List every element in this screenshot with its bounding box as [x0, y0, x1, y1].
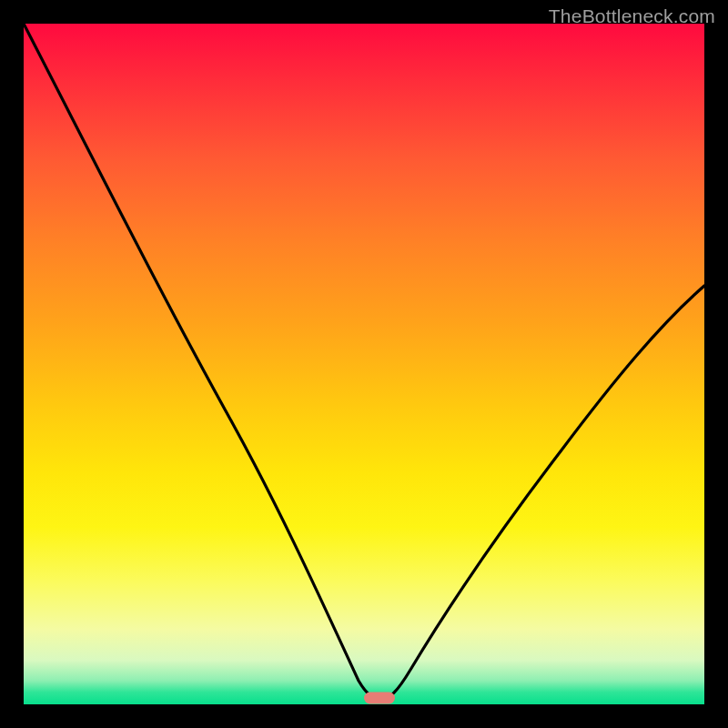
watermark-text: TheBottleneck.com [549, 5, 715, 27]
optimum-marker [364, 692, 395, 703]
plot-area [24, 24, 704, 704]
chart-frame: TheBottleneck.com [0, 0, 728, 728]
bottleneck-curve [24, 24, 704, 704]
